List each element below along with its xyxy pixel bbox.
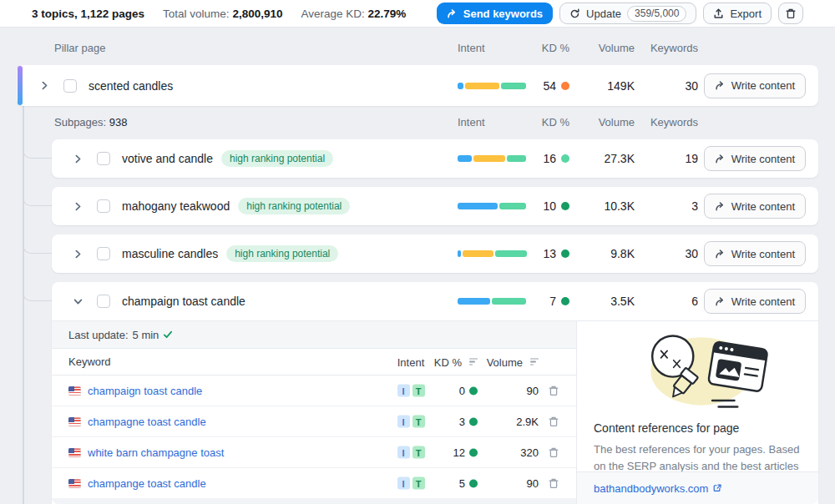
row-checkbox[interactable] bbox=[97, 152, 110, 165]
delete-topics-button[interactable] bbox=[778, 3, 803, 24]
kd-cell: 7 bbox=[524, 295, 569, 308]
write-content-button[interactable]: Write content bbox=[704, 146, 806, 171]
last-update-value: 5 min bbox=[133, 329, 159, 341]
subpage-row-masculine-candles: masculine candles high ranking potential… bbox=[52, 234, 818, 273]
row-checkbox[interactable] bbox=[97, 199, 110, 213]
subpages-count-value: 938 bbox=[109, 116, 128, 129]
volume-sort-header[interactable]: Volume bbox=[469, 355, 539, 368]
keywords-column-label: Keywords bbox=[650, 42, 698, 54]
send-keywords-label: Send keywords bbox=[463, 8, 543, 20]
subpage-row-votive-and-candle: votive and candle high ranking potential… bbox=[52, 139, 818, 178]
keywords-cell: 6 bbox=[650, 295, 698, 308]
keyword-row: champange toast candle IT 5 90 bbox=[52, 468, 576, 499]
keyword-link[interactable]: champaign toast candle bbox=[88, 385, 202, 397]
content-references-panel: Content references for page The best ref… bbox=[576, 321, 818, 504]
check-icon bbox=[163, 330, 173, 340]
tree-branch-line bbox=[23, 241, 52, 254]
pillar-metrics-headers: Intent KD % Volume Keywords bbox=[458, 36, 818, 59]
delete-keyword-button[interactable] bbox=[548, 477, 559, 489]
pillar-keywords-cell: 30 bbox=[650, 79, 698, 93]
tree-branch-line bbox=[23, 146, 52, 159]
keyword-list: Last update: 5 min Keyword Intent KD % V… bbox=[52, 321, 576, 504]
update-counter: 359/5,000 bbox=[627, 6, 686, 22]
us-flag-icon bbox=[68, 417, 81, 426]
delete-keyword-button[interactable] bbox=[548, 416, 559, 427]
write-content-button[interactable]: Write content bbox=[704, 241, 806, 266]
keyword-link[interactable]: champange toast candle bbox=[88, 477, 206, 490]
volume-cell: 27.3K bbox=[574, 152, 635, 165]
export-icon bbox=[713, 8, 724, 19]
update-button[interactable]: Update 359/5,000 bbox=[559, 3, 696, 24]
sort-icon[interactable] bbox=[530, 358, 539, 365]
intent-column-label: Intent bbox=[458, 42, 485, 54]
kd-dot bbox=[561, 202, 569, 210]
write-arrow-icon bbox=[715, 154, 726, 164]
keywords-column-label: Keywords bbox=[650, 116, 698, 129]
subpages-count-label: Subpages: 938 bbox=[54, 116, 128, 129]
intent-informational-badge: I bbox=[397, 416, 410, 428]
pillar-page-column-label: Pillar page bbox=[54, 42, 105, 54]
delete-keyword-button[interactable] bbox=[548, 385, 559, 396]
references-title: Content references for page bbox=[577, 421, 818, 435]
average-kd: Average KD: 22.79% bbox=[301, 8, 406, 20]
summary-stats: 3 topics, 1,122 pages Total volume: 2,80… bbox=[32, 8, 406, 20]
expand-chevron-right-icon[interactable] bbox=[38, 79, 51, 92]
tree-branch-line bbox=[23, 289, 52, 301]
volume-cell: 3.5K bbox=[574, 295, 635, 308]
keywords-cell: 3 bbox=[650, 199, 698, 213]
pillar-checkbox[interactable] bbox=[63, 79, 77, 93]
write-arrow-icon bbox=[715, 201, 726, 212]
subpage-name: champaign toast candle bbox=[122, 295, 245, 308]
keyword-row: white barn champagne toast IT 12 320 bbox=[52, 437, 576, 468]
keyword-link[interactable]: white barn champagne toast bbox=[88, 446, 224, 459]
us-flag-icon bbox=[68, 386, 81, 396]
intent-bar bbox=[458, 203, 526, 209]
pillar-kd-cell: 54 bbox=[524, 79, 569, 93]
subpages-metrics-headers: Intent KD % Volume Keywords bbox=[458, 110, 818, 134]
keywords-cell: 19 bbox=[650, 152, 698, 165]
subpage-row-champaign-toast-candle: champaign toast candle 7 3.5K 6 Write co… bbox=[52, 282, 818, 504]
references-footer: bathandbodyworks.com bbox=[577, 471, 818, 504]
last-update-label: Last update: bbox=[68, 329, 129, 341]
reference-domain-link[interactable]: bathandbodyworks.com bbox=[594, 482, 722, 495]
pillar-page-row: scented candles 54 149K 30 Write content bbox=[17, 65, 818, 106]
delete-keyword-button[interactable] bbox=[548, 446, 559, 458]
expand-chevron-right-icon[interactable] bbox=[72, 200, 84, 213]
subpage-row-mahogany-teakwood: mahogany teakwood high ranking potential… bbox=[52, 187, 818, 225]
intent-bar bbox=[458, 155, 526, 162]
row-checkbox[interactable] bbox=[97, 295, 110, 308]
keyword-strategy-table: Pillar page Intent KD % Volume Keywords … bbox=[0, 28, 835, 504]
expand-chevron-right-icon[interactable] bbox=[72, 153, 84, 165]
pillar-page-name: scented candles bbox=[89, 79, 173, 93]
kd-dot bbox=[561, 82, 569, 90]
expand-chevron-right-icon[interactable] bbox=[72, 248, 84, 260]
export-button[interactable]: Export bbox=[703, 3, 772, 24]
topics-pages-count: 3 topics, 1,122 pages bbox=[32, 8, 144, 20]
intent-informational-badge: I bbox=[397, 477, 410, 490]
tree-trunk-line bbox=[23, 106, 24, 504]
collapse-chevron-down-icon[interactable] bbox=[72, 295, 84, 308]
write-content-button[interactable]: Write content bbox=[704, 194, 806, 219]
refresh-icon bbox=[569, 8, 580, 19]
intent-bar bbox=[458, 298, 526, 305]
average-kd-value: 22.79% bbox=[368, 8, 407, 20]
high-ranking-badge: high ranking potential bbox=[238, 198, 350, 214]
high-ranking-badge: high ranking potential bbox=[226, 245, 338, 262]
summary-bar: 3 topics, 1,122 pages Total volume: 2,80… bbox=[0, 0, 835, 28]
write-content-button[interactable]: Write content bbox=[704, 289, 806, 314]
volume-cell: 9.8K bbox=[574, 247, 635, 260]
row-checkbox[interactable] bbox=[97, 247, 110, 260]
write-content-button[interactable]: Write content bbox=[704, 73, 806, 98]
expanded-keyword-detail: Last update: 5 min Keyword Intent KD % V… bbox=[52, 320, 818, 504]
keyword-link[interactable]: champagne toast candle bbox=[88, 416, 206, 428]
list-bottom-strip bbox=[52, 498, 576, 504]
send-keywords-button[interactable]: Send keywords bbox=[437, 3, 553, 24]
intent-informational-badge: I bbox=[397, 446, 410, 459]
write-arrow-icon bbox=[715, 80, 726, 91]
volume-cell: 2.9K bbox=[469, 416, 539, 428]
keyword-table-header: Keyword Intent KD % Volume bbox=[52, 349, 576, 375]
total-volume-value: 2,800,910 bbox=[232, 8, 282, 20]
trash-icon bbox=[785, 8, 797, 19]
toolbar-actions: Send keywords Update 359/5,000 Export bbox=[437, 3, 803, 24]
keyword-column-label: Keyword bbox=[68, 349, 111, 375]
